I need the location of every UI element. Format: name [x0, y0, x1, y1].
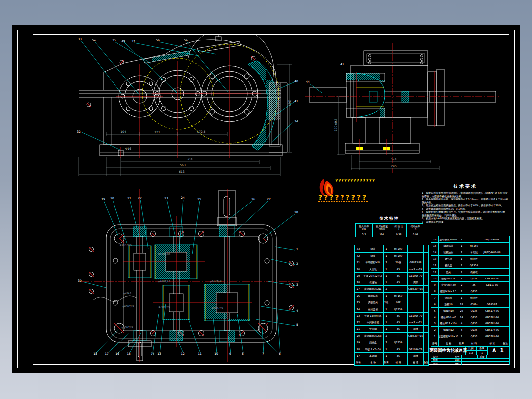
- table-cell: [501, 294, 509, 301]
- table-row: 12视孔盖1Q235A: [431, 262, 509, 268]
- table-cell: 大齿轮: [362, 266, 384, 273]
- table-cell: [424, 306, 428, 313]
- dimension-label: φ44H7/k6: [120, 244, 132, 246]
- table-row: 1起盖螺钉M10×301Q235GB5783-86: [431, 333, 509, 339]
- balloon-label: 18: [93, 352, 97, 355]
- dwgno-label: 图号: [453, 355, 462, 359]
- table-cell: 1: [458, 288, 465, 294]
- table-cell: 垫圈10: [439, 301, 458, 307]
- table-cell: 油标尺: [439, 294, 458, 301]
- table-cell: 滚动轴承30211: [362, 285, 384, 292]
- table-cell: 挡油盘: [362, 339, 384, 346]
- table-cell: 1: [384, 272, 389, 279]
- front-view: 3334353637383940414232104121172.54335636…: [74, 34, 306, 180]
- table-cell: [501, 314, 509, 320]
- dimension-label: 433: [187, 158, 192, 161]
- table-cell: [501, 249, 509, 255]
- logo-text-row1: ?????????????: [335, 178, 375, 183]
- spec-value: 0.94: [407, 232, 424, 237]
- table-row: 25调整垫片2组08F: [355, 299, 428, 306]
- table-cell: 65Mn: [465, 301, 483, 307]
- table-cell: 轴承端盖: [439, 242, 458, 249]
- table-cell: 平键 20×12×63: [362, 272, 384, 279]
- table-cell: 4: [458, 320, 465, 326]
- table-cell: [424, 272, 428, 279]
- dimension-label: φ50H7/f9: [121, 326, 133, 329]
- table-cell: Q235A: [389, 339, 408, 346]
- table-cell: 调质: [408, 325, 424, 332]
- table-cell: 调质: [408, 279, 424, 286]
- requirement-line: 7、表面涂灰色油漆。: [422, 220, 509, 224]
- table-row: 27滚动轴承302112GB/T297-94: [355, 285, 428, 292]
- table-cell: [408, 306, 424, 313]
- table-cell: GB5783-86: [483, 275, 501, 281]
- balloon-label: 9: [229, 352, 231, 355]
- table-cell: 2: [458, 236, 465, 242]
- table-cell: 垫片: [439, 268, 458, 275]
- table-cell: [424, 245, 428, 252]
- table-cell: 调整垫片: [362, 299, 384, 306]
- table-cell: 11: [431, 268, 439, 275]
- table-cell: 1: [384, 279, 389, 286]
- table-row: 6垫圈102865MnGB93-87: [431, 301, 509, 307]
- table-cell: 1: [431, 333, 439, 339]
- table-cell: 14: [431, 249, 439, 255]
- technical-spec: 技术特性 输入功率kW 输入轴转速r/min 传 动 比i 传动效率η 5.5 …: [355, 216, 423, 237]
- balloon-label: 1: [296, 248, 298, 251]
- table-cell: 箱盖: [362, 245, 384, 252]
- spec-header: 传动效率η: [407, 224, 424, 232]
- title-block: 两级圆柱齿轮减速器 比例1:2 数量1 A 1 设计 图号 重量 制图 日期 审…: [431, 346, 510, 365]
- balloon-label: 32: [77, 130, 81, 133]
- table-cell: [501, 275, 509, 281]
- table-cell: [501, 268, 509, 275]
- table-cell: [501, 326, 509, 333]
- plan-section-view: 1920212223242526272812345630181716151413…: [74, 189, 308, 363]
- table-cell: 螺栓M6×16: [439, 275, 458, 281]
- table-cell: [501, 281, 509, 288]
- technical-requirements: 技术要求 1、装配前所有零件均用煤油清洗，滚动轴承用汽油清洗，箱体内不许有任何杂…: [422, 183, 509, 223]
- table-cell: 标 准: [408, 359, 424, 366]
- dimension-label: φ75H7/f9: [158, 306, 170, 308]
- table-cell: 32: [355, 252, 362, 259]
- balloon-label: 7: [262, 352, 264, 355]
- table-cell: 28: [355, 279, 362, 286]
- table-cell: 5: [431, 307, 439, 314]
- table-cell: 视孔盖: [439, 262, 458, 268]
- table-cell: 18: [355, 346, 362, 353]
- table-row: 序号名 称数量材 料标 准备注: [431, 340, 509, 346]
- balloon-label: 20: [110, 197, 114, 200]
- scale-cell: 比例1:2: [466, 346, 477, 355]
- vendor-logo: ????????????? ?????????: [318, 178, 402, 208]
- balloon-label: 30: [78, 279, 82, 282]
- table-cell: 17: [355, 352, 362, 359]
- table-cell: 1: [384, 319, 389, 326]
- dimension-label: 121: [154, 131, 160, 134]
- balloon-label: 28: [294, 211, 298, 214]
- table-cell: [501, 242, 509, 249]
- balloon-label: 2: [296, 262, 298, 265]
- table-cell: 45: [389, 266, 408, 273]
- table-cell: 序号: [355, 359, 362, 366]
- table-cell: JB/ZQ4606-86: [483, 249, 501, 255]
- table-row: 33箱盖1HT200: [355, 245, 428, 252]
- requirement-line: 5、装配时剖分面禁放任何垫片，可涂密封胶或水玻璃，试转时应检查剖分面、各接触面及…: [422, 210, 509, 217]
- table-cell: 序号: [431, 340, 439, 346]
- requirement-line: 1、装配前所有零件均用煤油清洗，滚动轴承用汽油清洗，箱体内不许有任何杂物存在，内…: [422, 191, 509, 198]
- table-cell: [483, 242, 501, 249]
- technical-spec-table: 输入功率kW 输入轴转速r/min 传 动 比i 传动效率η 5.5 394 9…: [355, 223, 423, 237]
- table-row: 18平键 8×7×50145GB1096-79: [355, 346, 428, 353]
- table-cell: 45: [389, 319, 408, 326]
- table-cell: 1: [384, 325, 389, 332]
- table-cell: 滚动轴承30206: [439, 236, 458, 242]
- table-cell: 平键 14×9×36: [362, 312, 384, 319]
- table-row: 10螺栓M6×164Q235GB5783-86: [431, 275, 509, 281]
- balloon-label: 12: [181, 352, 185, 355]
- weight-label: 重量: [478, 355, 487, 359]
- table-cell: 1: [458, 242, 465, 249]
- table-cell: GB825-88: [408, 259, 424, 266]
- dimension-label: (50): [288, 100, 291, 106]
- table-cell: 33: [355, 245, 362, 252]
- parts-list-right: 16滚动轴承302062GB/T297-9415轴承端盖1HT15014毡圈油封…: [431, 236, 510, 347]
- dimension-label: 104: [120, 130, 126, 133]
- dimension-label: 190±0.5: [334, 119, 337, 131]
